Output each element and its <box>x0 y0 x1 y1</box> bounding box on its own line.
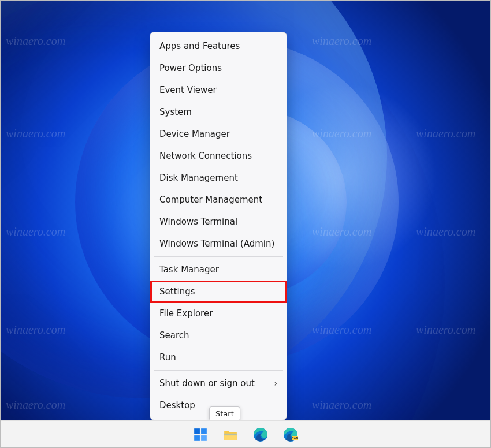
menu-item-windows-terminal-admin[interactable]: Windows Terminal (Admin) <box>150 233 287 255</box>
menu-item-computer-management[interactable]: Computer Management <box>150 189 287 211</box>
menu-item-label: Network Connections <box>159 151 252 161</box>
menu-item-power-options[interactable]: Power Options <box>150 57 287 79</box>
menu-item-label: Run <box>159 352 176 363</box>
menu-separator <box>154 370 283 371</box>
menu-item-label: Search <box>159 330 189 341</box>
edge-icon <box>253 427 268 442</box>
menu-item-disk-management[interactable]: Disk Management <box>150 167 287 189</box>
taskbar-edge-button[interactable] <box>249 423 272 446</box>
menu-item-label: Disk Management <box>159 173 238 183</box>
menu-item-label: Windows Terminal (Admin) <box>159 238 274 249</box>
taskbar-file-explorer-button[interactable] <box>219 423 242 446</box>
menu-item-label: System <box>159 107 192 117</box>
menu-item-desktop[interactable]: Desktop <box>150 394 287 416</box>
menu-item-label: Task Manager <box>159 264 219 275</box>
taskbar-edge-canary-button[interactable]: CAN <box>279 423 302 446</box>
menu-item-device-manager[interactable]: Device Manager <box>150 123 287 145</box>
menu-item-label: File Explorer <box>159 308 213 319</box>
menu-item-windows-terminal[interactable]: Windows Terminal <box>150 211 287 233</box>
svg-rect-2 <box>194 435 200 441</box>
menu-item-file-explorer[interactable]: File Explorer <box>150 303 287 324</box>
chevron-right-icon: › <box>274 379 277 388</box>
file-explorer-icon <box>223 427 238 442</box>
winx-menu: Apps and Features Power Options Event Vi… <box>150 32 287 420</box>
menu-item-label: Windows Terminal <box>159 216 237 227</box>
menu-item-label: Device Manager <box>159 129 230 139</box>
menu-item-label: Desktop <box>159 400 195 410</box>
menu-item-run[interactable]: Run <box>150 346 287 368</box>
menu-item-search[interactable]: Search <box>150 324 287 346</box>
menu-item-system[interactable]: System <box>150 101 287 123</box>
svg-rect-5 <box>224 433 237 435</box>
svg-text:CAN: CAN <box>292 436 298 440</box>
menu-item-settings[interactable]: Settings <box>150 281 287 303</box>
svg-rect-0 <box>194 428 200 434</box>
menu-item-label: Computer Management <box>159 195 262 205</box>
menu-item-event-viewer[interactable]: Event Viewer <box>150 79 287 101</box>
menu-item-apps-and-features[interactable]: Apps and Features <box>150 35 287 57</box>
taskbar: CAN <box>0 420 491 448</box>
menu-item-shut-down-or-sign-out[interactable]: Shut down or sign out › <box>150 372 287 394</box>
svg-rect-1 <box>201 428 207 434</box>
menu-item-label: Apps and Features <box>159 41 240 51</box>
menu-item-network-connections[interactable]: Network Connections <box>150 145 287 167</box>
menu-separator <box>154 256 283 257</box>
menu-item-label: Shut down or sign out <box>159 378 255 389</box>
menu-item-label: Settings <box>159 286 195 297</box>
menu-item-label: Power Options <box>159 63 222 73</box>
menu-item-task-manager[interactable]: Task Manager <box>150 259 287 281</box>
edge-canary-icon: CAN <box>283 427 298 442</box>
svg-rect-3 <box>201 435 207 441</box>
menu-item-label: Event Viewer <box>159 85 217 95</box>
windows-logo-icon <box>193 427 208 442</box>
taskbar-start-button[interactable] <box>189 423 212 446</box>
